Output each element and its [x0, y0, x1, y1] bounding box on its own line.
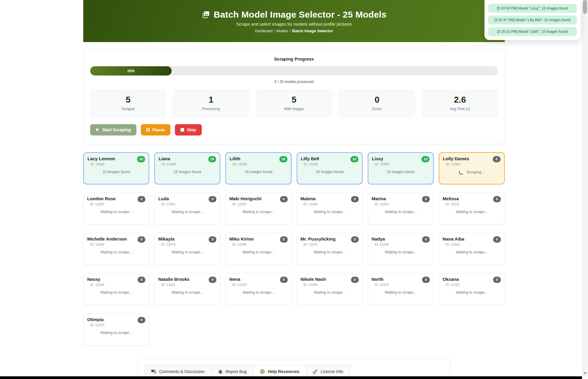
- model-status-text: Waiting to scrape...: [385, 290, 417, 295]
- stat-value: 5: [256, 95, 332, 105]
- tab-license-info[interactable]: License Info: [306, 365, 350, 378]
- page-header: Batch Model Image Selector - 25 Models S…: [83, 0, 505, 42]
- model-card[interactable]: Lilith ID: 12288 15 15 images found: [225, 152, 291, 184]
- scroll-down-arrow-icon[interactable]: [583, 372, 587, 374]
- model-status: Scraping...: [443, 170, 501, 175]
- model-status: Waiting to scrape...: [372, 290, 430, 295]
- model-card[interactable]: Natalie Brooks ID: 12361 0 Waiting to sc…: [154, 273, 220, 305]
- model-card[interactable]: Michelle Anderson ID: 12356 0 Waiting to…: [83, 233, 149, 265]
- model-card[interactable]: Lolly Dames ID: 12360 0 Scraping...: [439, 152, 505, 184]
- tab-report-bug[interactable]: Report Bug: [212, 365, 254, 378]
- progress-bar: 20%: [90, 66, 498, 76]
- scrollbar-thumb[interactable]: [583, 0, 587, 14]
- model-card[interactable]: Mr. Pussylicking ID: 12371 0 Waiting to …: [297, 233, 363, 265]
- model-status-text: Waiting to scrape...: [314, 250, 346, 254]
- model-card[interactable]: Marina ID: 12320 0 Waiting to scrape...: [368, 192, 434, 225]
- progress-caption: 5 / 25 models processed: [90, 80, 498, 84]
- model-name: Maki Horiguchi: [229, 196, 261, 201]
- model-status: Waiting to scrape...: [229, 250, 287, 254]
- model-name: London Rose: [87, 196, 116, 201]
- model-name: Liana: [158, 156, 176, 161]
- breadcrumb-models-link[interactable]: Models: [276, 29, 288, 33]
- stop-button[interactable]: Stop: [175, 124, 202, 135]
- progress-percent-label: 20%: [127, 69, 135, 73]
- image-count-badge: 25: [208, 156, 216, 162]
- progress-heading: Scraping Progress: [90, 56, 498, 61]
- model-status: Waiting to scrape...: [443, 210, 501, 214]
- image-count-badge: 0: [422, 196, 430, 202]
- model-status: 25 images found: [158, 170, 216, 174]
- progress-bar-fill: 20%: [90, 66, 172, 76]
- life-ring-icon: [260, 369, 265, 374]
- model-card[interactable]: Miku Kirino ID: 12340 0 Waiting to scrap…: [225, 233, 291, 265]
- model-status: Waiting to scrape...: [158, 250, 216, 254]
- model-status-text: Waiting to scrape...: [171, 290, 203, 295]
- model-card[interactable]: Olimpia ID: 12313 0 Waiting to scrape...: [83, 313, 149, 346]
- model-name: Lolly Dames: [443, 156, 469, 161]
- stat-processing: 1 Processing: [173, 90, 249, 117]
- model-id: ID: 12301: [161, 202, 176, 206]
- model-name: Michelle Anderson: [87, 236, 127, 241]
- model-card[interactable]: North ID: 12370 0 Waiting to scrape...: [368, 273, 434, 305]
- model-name: Nana Aiba: [443, 236, 464, 241]
- tab-help-resources[interactable]: Help Resources: [253, 365, 306, 378]
- toast-notification: [5:20:42 PM] Model "Lilith": 15 images f…: [488, 27, 577, 36]
- image-count-badge: 0: [493, 236, 501, 243]
- model-status-text: 10 images found: [102, 170, 130, 174]
- scrollbar-track[interactable]: [582, 0, 588, 377]
- model-card[interactable]: Melissa ID: 12311 0 Waiting to scrape...: [439, 192, 505, 225]
- model-status: Waiting to scrape...: [301, 210, 359, 214]
- model-card[interactable]: Mikayla ID: 12376 0 Waiting to scrape...: [154, 233, 220, 265]
- model-id: ID: 12357: [90, 202, 116, 206]
- model-id: ID: 12370: [375, 283, 389, 286]
- breadcrumb-separator: /: [290, 29, 290, 33]
- model-id: ID: 12371: [304, 243, 336, 246]
- tab-label: Help Resources: [268, 369, 299, 374]
- model-card[interactable]: Liana ID: 12328 25 25 images found: [154, 152, 220, 184]
- model-card[interactable]: Lissy ID: 12299 15 15 images found: [368, 152, 434, 184]
- model-card[interactable]: Lacy Lennon ID: 12362 10 10 images found: [83, 152, 149, 184]
- footer-tabs-card: Comments & Discussion Report Bug: [138, 358, 450, 379]
- image-count-badge: 10: [137, 156, 145, 162]
- page-title-row: Batch Model Image Selector - 25 Models: [83, 10, 505, 20]
- model-card[interactable]: Oksana ID: 12323 0 Waiting to scrape...: [439, 273, 505, 305]
- model-card[interactable]: Nadya ID: 12295 0 Waiting to scrape...: [368, 233, 434, 265]
- model-id: ID: 12290: [304, 202, 318, 206]
- bug-icon: [218, 369, 223, 374]
- stat-value: 2.6: [422, 95, 498, 105]
- image-count-badge: 0: [280, 277, 288, 283]
- model-card[interactable]: Maki Horiguchi ID: 12337 0 Waiting to sc…: [225, 192, 291, 225]
- model-card[interactable]: Malena ID: 12290 0 Waiting to scrape...: [297, 192, 363, 225]
- model-id: ID: 12320: [375, 202, 389, 206]
- image-count-badge: 0: [351, 277, 359, 283]
- model-status: Waiting to scrape...: [87, 210, 145, 214]
- model-status-text: Waiting to scrape...: [243, 290, 275, 295]
- model-id: ID: 12361: [161, 283, 190, 286]
- model-id: ID: 12342: [446, 243, 464, 246]
- model-card[interactable]: London Rose ID: 12357 0 Waiting to scrap…: [83, 192, 149, 225]
- image-count-badge: 0: [422, 236, 430, 243]
- model-card[interactable]: Nena ID: 12329 0 Waiting to scrape...: [225, 273, 291, 305]
- breadcrumb-separator: /: [274, 29, 275, 33]
- model-status: 10 images found: [87, 170, 145, 174]
- tab-comments-discussion[interactable]: Comments & Discussion: [144, 365, 212, 378]
- model-card[interactable]: Nana Aiba ID: 12342 0 Waiting to scrape.…: [439, 233, 505, 265]
- stat-label: Processing: [173, 107, 249, 111]
- model-id: ID: 12288: [233, 162, 247, 166]
- model-grid: Lacy Lennon ID: 12362 10 10 images found…: [83, 152, 505, 346]
- model-card[interactable]: Nassy ID: 12316 0 Waiting to scrape...: [83, 273, 149, 305]
- play-icon: [96, 128, 99, 132]
- model-name: Miku Kirino: [229, 236, 254, 241]
- image-count-badge: 0: [138, 236, 145, 243]
- pause-button[interactable]: Pause: [141, 124, 170, 135]
- model-card[interactable]: Luda ID: 12301 0 Waiting to scrape...: [154, 192, 220, 225]
- start-scraping-button[interactable]: Start Scraping: [90, 124, 136, 135]
- model-status-text: Waiting to scrape...: [243, 210, 275, 214]
- image-count-badge: 0: [422, 277, 430, 283]
- scrape-controls: Start Scraping Pause Stop: [90, 124, 498, 135]
- model-card[interactable]: Nikole Nash ID: 12354 0 Waiting to scrap…: [297, 273, 363, 305]
- tab-label: Report Bug: [226, 369, 247, 374]
- model-card[interactable]: Lilly Bell ID: 12285 10 10 images found: [297, 152, 363, 184]
- breadcrumb-dashboard-link[interactable]: Dashboard: [255, 29, 273, 33]
- model-status-text: Waiting to scrape...: [100, 290, 132, 295]
